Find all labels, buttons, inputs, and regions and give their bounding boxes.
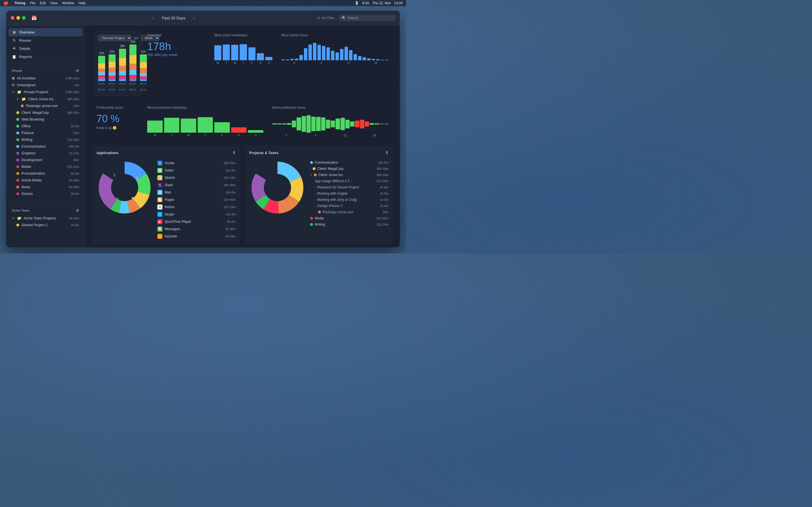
app-row-messages: 💬 Messages 5h 30m (157, 225, 236, 233)
writing-proj-time: 11h 20m (376, 223, 389, 226)
angela-time: 2h 0m (380, 192, 389, 195)
communication-proj-time: 43h 0m (378, 161, 389, 164)
sidebar-item-unassigned[interactable]: Unassigned 5m (8, 82, 83, 89)
close-button[interactable] (11, 16, 14, 20)
sketch-icon: 💎 (157, 175, 162, 180)
projects-export-icon[interactable]: ⬆ (385, 151, 389, 155)
acme-add-button[interactable]: ⊕ (75, 208, 79, 213)
search-box[interactable]: 🔍 Search (339, 15, 395, 21)
productive-hours-chart (272, 113, 389, 133)
apple-menu[interactable]: 🍎 (3, 1, 9, 6)
sidebar-item-details[interactable]: 👁 Details (8, 45, 83, 53)
nav-next-button[interactable]: › (191, 14, 197, 22)
private-add-button[interactable]: ⊕ (75, 68, 79, 73)
app-row-sketch: 💎 Sketch 22h 13m (157, 174, 236, 181)
hour-bar-22 (380, 60, 384, 60)
chart-bar-sat (257, 53, 264, 60)
skype-time: 11h 0m (225, 213, 236, 216)
skype-icon: S (157, 212, 162, 217)
col4-value: 43h (130, 40, 135, 43)
menu-window[interactable]: Window (62, 1, 74, 5)
jony-time: 1h 0m (380, 198, 389, 202)
svg-text:◆: ◆ (132, 196, 134, 200)
menu-timing[interactable]: Timing (14, 1, 26, 5)
menu-edit[interactable]: Edit (40, 1, 46, 5)
minimize-button[interactable] (16, 16, 20, 20)
project-row-design-iphone: › Design iPhone Y 1h 0m (310, 203, 389, 209)
most-productive-hours-label: Most productive hours (272, 106, 389, 110)
sidebar-item-media[interactable]: Media 22h 32m (8, 163, 83, 170)
safari-icon: 🧭 (157, 168, 162, 173)
sidebar-item-graphics[interactable]: Graphics 1h 13m (8, 150, 83, 157)
menubar: 🍎 Timing File Edit View Window Help 🔋 8:… (0, 0, 406, 6)
col2-seg4 (109, 72, 116, 75)
research-name: Research for Secret Project (317, 185, 359, 189)
total-time-value: 178h (147, 41, 205, 53)
sidebar-item-reports[interactable]: 📋 Reports (8, 53, 83, 61)
sidebar-item-procrastination[interactable]: Procrastination 3h 0m (8, 170, 83, 177)
ph-bar-18 (360, 120, 364, 128)
label-s1: S (257, 61, 264, 64)
sidebar-item-office[interactable]: Office 2h 4m (8, 123, 83, 129)
svg-point-7 (111, 174, 138, 201)
app-row-safari: 🧭 Safari 31h 5m (157, 167, 236, 174)
messages-name: Messages (165, 227, 180, 231)
sidebar-item-finance[interactable]: Finance 15m (8, 129, 83, 136)
sidebar-item-private-projects[interactable]: ▼ 📁 Private Projects 176h 29m (8, 89, 83, 96)
col1-seg4 (98, 72, 105, 75)
office-label: Office (21, 124, 31, 128)
sidebar-item-writing[interactable]: Writing 11h 20m (8, 136, 83, 143)
ph-bar-20 (370, 123, 374, 125)
writing-proj-name: Writing (315, 223, 325, 226)
sidebar-item-development[interactable]: Development 45m (8, 157, 83, 163)
sidebar: ⊞ Overview ↻ Review 👁 Details 📋 Reports (6, 25, 85, 247)
time-per-project-select[interactable]: Time per Project (98, 35, 132, 41)
col1-seg1 (98, 56, 105, 63)
col1-label: 13.10.– 18.10. (98, 82, 105, 91)
sidebar-item-social[interactable]: Social Media 5h 36m (8, 177, 83, 184)
filter-button[interactable]: ⊘ No Filter (317, 16, 335, 20)
sidebar-item-redesign[interactable]: Redesign acme.com 10m (8, 103, 83, 109)
sidebar-item-all-activities[interactable]: All Activities 178h 54m (8, 75, 83, 82)
menubar-time: 8:34 (362, 1, 369, 5)
menu-help[interactable]: Help (79, 1, 86, 5)
safari-time: 31h 5m (225, 169, 236, 172)
private-section-title: Private (12, 69, 22, 72)
nav-prev-button[interactable]: ‹ (150, 14, 156, 22)
sidebar-item-shared1[interactable]: Shared Project 1 2h 0m (8, 222, 83, 228)
projects-donut-svg (249, 159, 306, 216)
megacorp-label: Client: MegaCorp (21, 111, 49, 115)
sidebar-item-review[interactable]: ↻ Review (8, 36, 83, 45)
xcode-icon: ⚙ (157, 161, 162, 166)
maximize-button[interactable] (22, 16, 26, 20)
shared1-label: Shared Project 1 (21, 223, 48, 227)
app-row-slack: S Slack 16h 30m (157, 181, 236, 189)
notion-name: Notion (165, 205, 174, 209)
week-select[interactable]: Week (141, 35, 160, 41)
sidebar-item-megacorp[interactable]: Client: MegaCorp 39h 20m (8, 109, 83, 116)
sidebar-item-webbrowsing[interactable]: Web Browsing (8, 116, 83, 123)
hour-bar-6 (308, 45, 312, 60)
sidebar-item-communication[interactable]: Communication 43h 0m (8, 143, 83, 150)
ph-bar-23 (384, 124, 389, 124)
search-placeholder: Search (348, 16, 358, 20)
filter-label: No Filter (322, 16, 335, 20)
menu-file[interactable]: File (30, 1, 35, 5)
menu-view[interactable]: View (50, 1, 57, 5)
xcode-time: 34h 45m (223, 161, 236, 165)
prod-weekday-labels: M T W T F S S (147, 134, 263, 137)
applications-export-icon[interactable]: ⬆ (232, 151, 236, 155)
prod-bar-f (214, 122, 230, 133)
hour-bar-5 (304, 48, 307, 60)
sidebar-item-acme-team-projects[interactable]: ▼ 📁 Acme Team Projects 2h 20m (8, 215, 83, 222)
label-s2: S (265, 61, 272, 64)
col1-value: 31h (99, 51, 104, 55)
private-projects-time: 176h 29m (65, 91, 79, 94)
sidebar-item-news[interactable]: News 5h 54m (8, 184, 83, 190)
sidebar-item-acme[interactable]: ▼ 📁 Client: Acme Inc. 38h 20m (8, 96, 83, 103)
col4-seg3 (130, 64, 137, 70)
acme-time: 38h 20m (67, 98, 79, 101)
sidebar-item-overview[interactable]: ⊞ Overview (8, 28, 83, 36)
shared1-dot (16, 224, 19, 226)
sidebar-item-games[interactable]: Games 3h 0m (8, 190, 83, 197)
